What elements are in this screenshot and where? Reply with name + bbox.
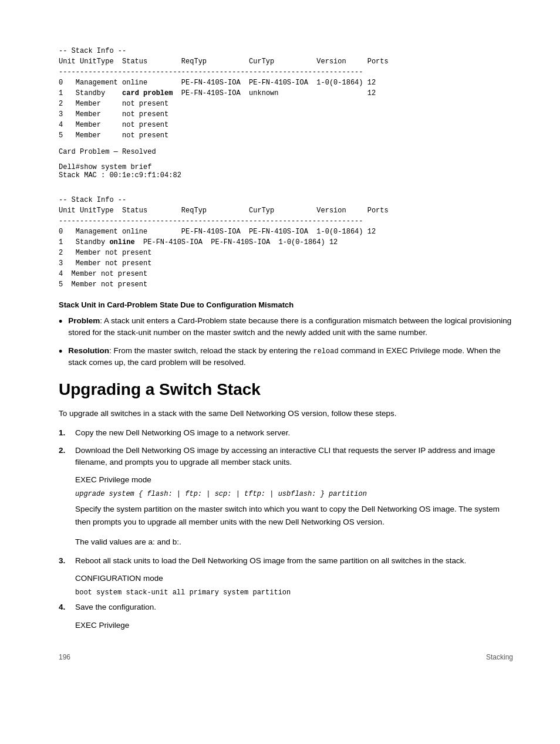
- stack-info-header-1: -- Stack Info -- Unit UnitType Status Re…: [59, 47, 389, 140]
- intro-text: To upgrade all switches in a stack with …: [59, 407, 513, 420]
- section-label: Stacking: [486, 653, 513, 661]
- upgrade-system-code: upgrade system { flash: | ftp: | scp: | …: [75, 490, 367, 498]
- problem-label: Problem: [68, 316, 100, 325]
- steps-list: 1. Copy the new Dell Networking OS image…: [59, 427, 513, 469]
- boot-system-code: boot system stack-unit all primary syste…: [75, 589, 291, 597]
- step-1-text: Copy the new Dell Networking OS image to…: [75, 427, 513, 439]
- bullet-dot-2: •: [59, 346, 62, 359]
- bullet-list: • Problem: A stack unit enters a Card-Pr…: [59, 315, 513, 368]
- bullet-problem-text: Problem: A stack unit enters a Card-Prob…: [68, 315, 513, 339]
- step-2-num: 2.: [59, 445, 69, 456]
- step-4-sublabel: EXEC Privilege: [75, 621, 513, 630]
- code-block-1: -- Stack Info -- Unit UnitType Status Re…: [59, 35, 513, 141]
- reload-code: reload: [313, 347, 338, 356]
- bullet-dot-1: •: [59, 316, 62, 329]
- step-2-sublabel: EXEC Privilege mode: [75, 475, 513, 484]
- stack-info-header-2: -- Stack Info -- Unit UnitType Status Re…: [59, 196, 389, 289]
- step-2-text: Download the Dell Networking OS image by…: [75, 445, 513, 469]
- step-2-valid-values: The valid values are a: and b:.: [75, 536, 513, 549]
- step-4-num: 4.: [59, 601, 69, 613]
- card-problem-resolved: Card Problem — Resolved: [59, 148, 513, 156]
- step-2-extra: Specify the system partition on the mast…: [75, 503, 513, 528]
- step-1-num: 1.: [59, 427, 69, 439]
- section-heading: Stack Unit in Card-Problem State Due to …: [59, 300, 513, 309]
- main-heading: Upgrading a Switch Stack: [59, 380, 513, 399]
- step-4-text: Save the configuration.: [75, 601, 513, 613]
- step-3-text: Reboot all stack units to load the Dell …: [75, 555, 513, 567]
- page-footer: 196 Stacking: [59, 653, 513, 661]
- step-3: 3. Reboot all stack units to load the De…: [59, 555, 513, 567]
- code-block-2: -- Stack Info -- Unit UnitType Status Re…: [59, 184, 513, 290]
- page-number: 196: [59, 653, 70, 661]
- step-2-code: upgrade system { flash: | ftp: | scp: | …: [75, 490, 513, 498]
- steps-list-2: 3. Reboot all stack units to load the De…: [59, 555, 513, 567]
- step-3-sublabel: CONFIGURATION mode: [75, 574, 513, 583]
- bullet-resolution: • Resolution: From the master switch, re…: [59, 345, 513, 369]
- steps-list-3: 4. Save the configuration.: [59, 601, 513, 613]
- bullet-problem: • Problem: A stack unit enters a Card-Pr…: [59, 315, 513, 339]
- step-1: 1. Copy the new Dell Networking OS image…: [59, 427, 513, 439]
- resolution-label: Resolution: [68, 346, 109, 355]
- step-3-code: boot system stack-unit all primary syste…: [75, 589, 513, 597]
- step-2: 2. Download the Dell Networking OS image…: [59, 445, 513, 469]
- bullet-resolution-text: Resolution: From the master switch, relo…: [68, 345, 513, 369]
- dell-show: Dell#show system brief Stack MAC : 00:1e…: [59, 163, 513, 180]
- step-3-num: 3.: [59, 555, 69, 567]
- step-4: 4. Save the configuration.: [59, 601, 513, 613]
